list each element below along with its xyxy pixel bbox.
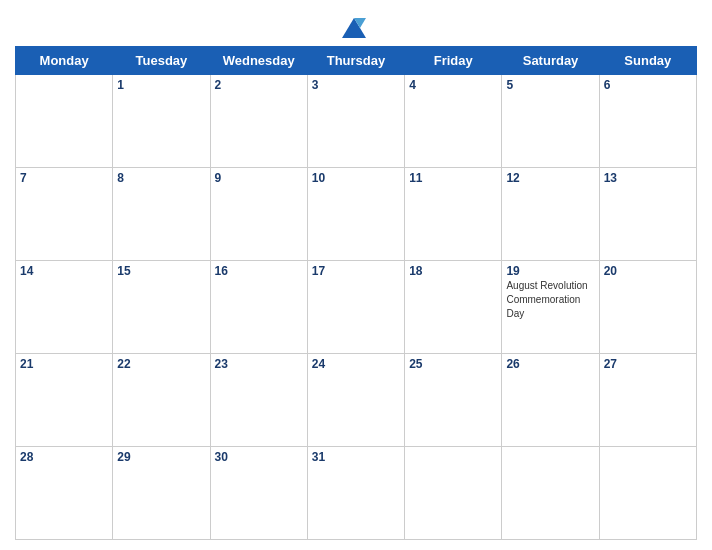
day-cell: 30 (210, 447, 307, 540)
day-cell: 14 (16, 261, 113, 354)
calendar-header (15, 10, 697, 42)
day-number: 4 (409, 78, 497, 92)
day-cell: 19August Revolution Commemoration Day (502, 261, 599, 354)
day-number: 17 (312, 264, 400, 278)
day-cell: 12 (502, 168, 599, 261)
day-number: 22 (117, 357, 205, 371)
day-number: 15 (117, 264, 205, 278)
day-cell: 1 (113, 75, 210, 168)
day-number: 6 (604, 78, 692, 92)
week-row-0: 123456 (16, 75, 697, 168)
day-cell: 3 (307, 75, 404, 168)
day-number: 12 (506, 171, 594, 185)
day-cell (502, 447, 599, 540)
day-cell: 29 (113, 447, 210, 540)
weekday-sunday: Sunday (599, 47, 696, 75)
day-number: 5 (506, 78, 594, 92)
weekday-tuesday: Tuesday (113, 47, 210, 75)
weekday-friday: Friday (405, 47, 502, 75)
day-number: 14 (20, 264, 108, 278)
day-cell: 20 (599, 261, 696, 354)
day-number: 21 (20, 357, 108, 371)
calendar-table: MondayTuesdayWednesdayThursdayFridaySatu… (15, 46, 697, 540)
day-number: 8 (117, 171, 205, 185)
day-number: 3 (312, 78, 400, 92)
day-cell: 15 (113, 261, 210, 354)
day-cell: 7 (16, 168, 113, 261)
day-cell: 18 (405, 261, 502, 354)
day-number: 19 (506, 264, 594, 278)
day-cell: 9 (210, 168, 307, 261)
day-number: 23 (215, 357, 303, 371)
weekday-header-row: MondayTuesdayWednesdayThursdayFridaySatu… (16, 47, 697, 75)
day-cell: 5 (502, 75, 599, 168)
day-cell (405, 447, 502, 540)
event-label: August Revolution Commemoration Day (506, 280, 587, 319)
week-row-3: 21222324252627 (16, 354, 697, 447)
week-row-4: 28293031 (16, 447, 697, 540)
day-number: 13 (604, 171, 692, 185)
weekday-saturday: Saturday (502, 47, 599, 75)
day-cell: 23 (210, 354, 307, 447)
day-cell: 16 (210, 261, 307, 354)
calendar-body: 12345678910111213141516171819August Revo… (16, 75, 697, 540)
day-cell: 24 (307, 354, 404, 447)
day-cell: 17 (307, 261, 404, 354)
day-cell: 27 (599, 354, 696, 447)
day-cell: 31 (307, 447, 404, 540)
day-number: 11 (409, 171, 497, 185)
day-number: 26 (506, 357, 594, 371)
day-cell: 22 (113, 354, 210, 447)
day-number: 27 (604, 357, 692, 371)
day-number: 16 (215, 264, 303, 278)
day-cell: 13 (599, 168, 696, 261)
day-cell (599, 447, 696, 540)
day-cell (16, 75, 113, 168)
day-cell: 10 (307, 168, 404, 261)
day-cell: 6 (599, 75, 696, 168)
day-number: 30 (215, 450, 303, 464)
weekday-thursday: Thursday (307, 47, 404, 75)
day-cell: 8 (113, 168, 210, 261)
day-number: 18 (409, 264, 497, 278)
day-cell: 4 (405, 75, 502, 168)
day-cell: 28 (16, 447, 113, 540)
week-row-2: 141516171819August Revolution Commemorat… (16, 261, 697, 354)
day-number: 28 (20, 450, 108, 464)
day-number: 7 (20, 171, 108, 185)
day-number: 2 (215, 78, 303, 92)
day-cell: 26 (502, 354, 599, 447)
day-number: 10 (312, 171, 400, 185)
day-cell: 2 (210, 75, 307, 168)
weekday-monday: Monday (16, 47, 113, 75)
logo-icon (338, 10, 370, 42)
day-cell: 21 (16, 354, 113, 447)
day-cell: 11 (405, 168, 502, 261)
day-number: 9 (215, 171, 303, 185)
day-number: 1 (117, 78, 205, 92)
day-number: 29 (117, 450, 205, 464)
weekday-wednesday: Wednesday (210, 47, 307, 75)
week-row-1: 78910111213 (16, 168, 697, 261)
logo (338, 10, 374, 42)
day-number: 25 (409, 357, 497, 371)
day-number: 24 (312, 357, 400, 371)
day-number: 31 (312, 450, 400, 464)
day-number: 20 (604, 264, 692, 278)
day-cell: 25 (405, 354, 502, 447)
